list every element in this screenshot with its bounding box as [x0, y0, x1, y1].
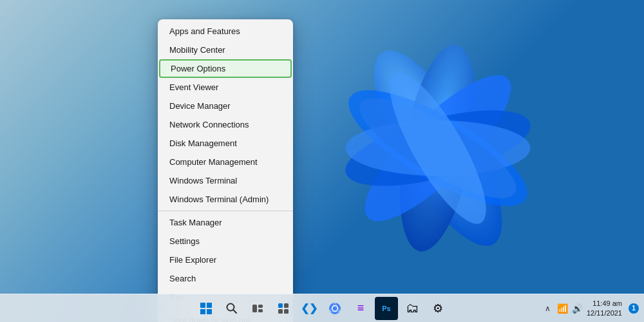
- svg-rect-19: [278, 309, 283, 314]
- menu-item-search[interactable]: Search: [158, 269, 293, 288]
- widgets-button[interactable]: [272, 297, 295, 320]
- photoshop-button[interactable]: Ps: [375, 297, 398, 320]
- clock-date: 12/11/2021: [587, 308, 622, 317]
- menu-item-apps-features[interactable]: Apps and Features: [158, 22, 293, 41]
- taskbar-search-button[interactable]: [220, 297, 243, 320]
- taskbar: ❮❯ ≡ Ps 🗂: [0, 294, 644, 322]
- wifi-icon: 📶: [557, 303, 568, 314]
- menu-item-label: File Explorer: [169, 255, 216, 265]
- svg-rect-18: [284, 303, 289, 308]
- menu-item-settings[interactable]: Settings: [158, 232, 293, 251]
- menu-item-label: Windows Terminal: [169, 176, 237, 185]
- svg-rect-17: [278, 303, 283, 308]
- svg-line-13: [233, 310, 236, 313]
- wallpaper-flower: [283, 6, 592, 290]
- menu-item-windows-terminal-admin[interactable]: Windows Terminal (Admin): [158, 190, 293, 209]
- svg-rect-9: [207, 303, 212, 308]
- svg-rect-15: [258, 305, 263, 308]
- menu-item-computer-management[interactable]: Computer Management: [158, 153, 293, 171]
- menu-item-label: Event Viewer: [169, 82, 218, 92]
- volume-icon: 🔊: [572, 303, 583, 314]
- svg-rect-8: [200, 303, 205, 308]
- menu-item-task-manager[interactable]: Task Manager: [158, 213, 293, 232]
- menu-item-label: Device Manager: [169, 101, 231, 111]
- svg-rect-20: [284, 309, 289, 314]
- menu-item-label: Search: [169, 274, 196, 283]
- svg-rect-11: [207, 309, 212, 314]
- vscode-button[interactable]: ❮❯: [298, 297, 321, 320]
- menu-item-file-explorer[interactable]: File Explorer: [158, 251, 293, 269]
- menu-item-label: Windows Terminal (Admin): [169, 194, 269, 204]
- menu-item-mobility-center[interactable]: Mobility Center: [158, 41, 293, 59]
- system-tray[interactable]: ∧: [542, 303, 553, 314]
- menu-item-label: Settings: [169, 236, 200, 246]
- onenote-button[interactable]: ≡: [349, 297, 372, 320]
- svg-rect-14: [252, 305, 257, 312]
- menu-item-device-manager[interactable]: Device Manager: [158, 97, 293, 115]
- menu-item-label: Power Options: [171, 64, 225, 73]
- menu-item-label: Mobility Center: [169, 45, 225, 55]
- svg-point-23: [333, 306, 337, 310]
- taskbar-right: ∧ 📶 🔊 11:49 am 12/11/2021 1: [542, 299, 639, 317]
- task-view-button[interactable]: [246, 297, 269, 320]
- menu-item-label: Task Manager: [169, 218, 222, 227]
- chrome-button[interactable]: [323, 297, 346, 320]
- desktop: Apps and FeaturesMobility CenterPower Op…: [0, 0, 644, 322]
- menu-item-label: Disk Management: [169, 138, 237, 148]
- menu-item-label: Network Connections: [169, 120, 249, 129]
- menu-item-event-viewer[interactable]: Event Viewer: [158, 78, 293, 97]
- menu-item-windows-terminal[interactable]: Windows Terminal: [158, 171, 293, 190]
- taskbar-clock[interactable]: 11:49 am 12/11/2021: [587, 299, 622, 317]
- taskbar-center: ❮❯ ≡ Ps 🗂: [194, 297, 450, 320]
- settings-taskbar-button[interactable]: ⚙: [426, 297, 450, 320]
- file-explorer-button[interactable]: 🗂: [401, 297, 424, 320]
- menu-item-label: Apps and Features: [169, 26, 240, 36]
- start-button[interactable]: [194, 297, 218, 320]
- context-menu: Apps and FeaturesMobility CenterPower Op…: [158, 19, 293, 322]
- menu-item-label: Computer Management: [169, 157, 258, 167]
- svg-rect-10: [200, 309, 205, 314]
- menu-item-power-options[interactable]: Power Options: [159, 59, 292, 78]
- menu-item-network-connections[interactable]: Network Connections: [158, 115, 293, 134]
- menu-item-disk-management[interactable]: Disk Management: [158, 134, 293, 153]
- menu-divider: [158, 211, 293, 211]
- svg-rect-16: [258, 309, 263, 312]
- clock-time: 11:49 am: [592, 299, 622, 308]
- notification-badge[interactable]: 1: [629, 303, 639, 314]
